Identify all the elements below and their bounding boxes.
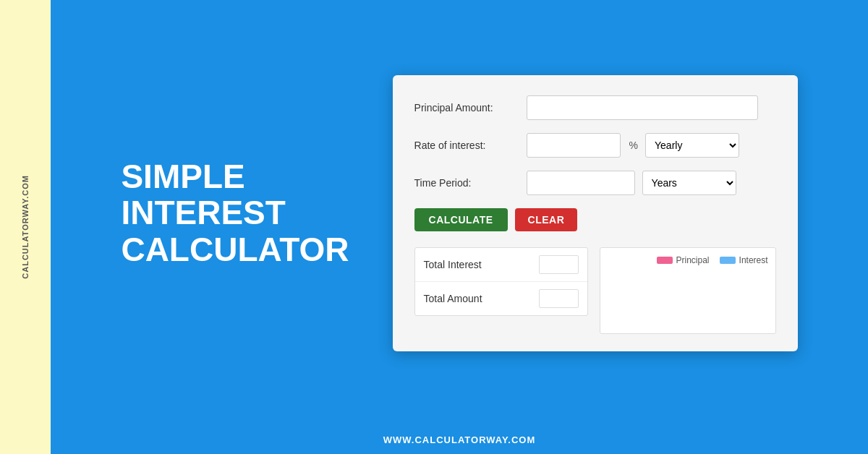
- sidebar-bar: CALCULATORWAY.COM: [0, 0, 51, 454]
- sidebar-label: CALCULATORWAY.COM: [21, 175, 30, 279]
- total-interest-row: Total Interest: [415, 248, 587, 282]
- principal-input[interactable]: [527, 95, 758, 120]
- legend-principal-item: Principal: [657, 255, 710, 265]
- footer: WWW.CALCULATORWAY.COM: [51, 426, 868, 454]
- total-interest-value: [539, 255, 579, 274]
- results-table: Total Interest Total Amount: [414, 247, 588, 316]
- center-section: SIMPLE INTEREST CALCULATOR Principal Amo…: [51, 0, 868, 426]
- calculate-button[interactable]: CALCULATE: [414, 208, 508, 231]
- legend-principal-label: Principal: [676, 255, 710, 265]
- legend-principal-color: [657, 257, 673, 264]
- buttons-row: CALCULATE CLEAR: [414, 208, 776, 231]
- footer-text: WWW.CALCULATORWAY.COM: [383, 434, 535, 445]
- chart-area: Principal Interest: [600, 247, 776, 334]
- legend-interest-label: Interest: [739, 255, 768, 265]
- principal-row: Principal Amount:: [414, 95, 776, 120]
- chart-legend: Principal Interest: [657, 255, 768, 265]
- total-amount-value: [539, 289, 579, 308]
- title-line2: INTEREST: [121, 194, 349, 231]
- time-row: Time Period: Years Months: [414, 171, 776, 195]
- clear-button[interactable]: CLEAR: [515, 208, 578, 231]
- time-unit-select[interactable]: Years Months: [642, 171, 736, 195]
- title-block: SIMPLE INTEREST CALCULATOR: [121, 158, 349, 268]
- main-content: SIMPLE INTEREST CALCULATOR Principal Amo…: [51, 0, 868, 454]
- total-amount-row: Total Amount: [415, 282, 587, 315]
- rate-unit-select[interactable]: Yearly Monthly: [645, 133, 739, 158]
- time-input[interactable]: [527, 171, 635, 195]
- calculator-card: Principal Amount: Rate of interest: % Ye…: [393, 75, 798, 351]
- time-label: Time Period:: [414, 177, 519, 189]
- title-line1: SIMPLE: [121, 158, 349, 195]
- total-amount-label: Total Amount: [424, 293, 532, 304]
- legend-interest-color: [720, 257, 736, 264]
- rate-input[interactable]: [527, 133, 621, 158]
- total-interest-label: Total Interest: [424, 259, 532, 270]
- rate-row: Rate of interest: % Yearly Monthly: [414, 133, 776, 158]
- title-line3: CALCULATOR: [121, 231, 349, 268]
- legend-interest-item: Interest: [720, 255, 768, 265]
- rate-label: Rate of interest:: [414, 140, 519, 151]
- principal-label: Principal Amount:: [414, 102, 519, 113]
- results-section: Total Interest Total Amount Principal: [414, 247, 776, 334]
- percent-symbol: %: [629, 140, 638, 151]
